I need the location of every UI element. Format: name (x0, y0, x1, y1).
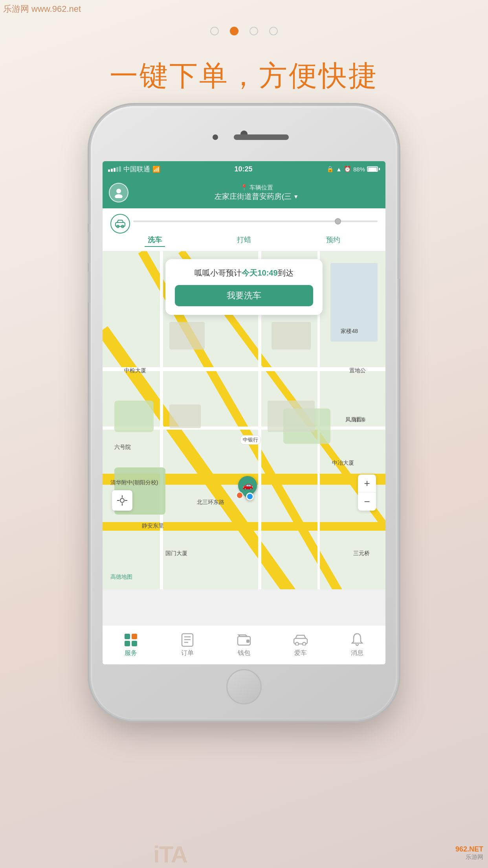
silent-button (88, 200, 91, 224)
nav-wallet[interactable]: 钱包 (228, 630, 260, 660)
dot-1[interactable] (210, 27, 219, 35)
pin-icon: 📍 (240, 184, 248, 191)
location-label: 📍 车辆位置 (240, 184, 273, 191)
svg-rect-40 (246, 640, 250, 643)
signal-icon (108, 166, 121, 172)
map-label-sanyuanqiao: 三元桥 (353, 550, 370, 557)
watermark-br-top: 962.NET (455, 845, 483, 853)
map-label-liuhao: 六号院 (114, 444, 131, 451)
map-label-zhongye: 中冶大厦 (332, 460, 354, 467)
phone-screen: 中国联通 📶 10:25 🔒 ▲ ⏰ 88% (103, 161, 385, 664)
wifi-icon: 📶 (152, 166, 160, 173)
map-label-48: 家楼48 (341, 328, 358, 335)
bell-icon (349, 633, 365, 647)
svg-point-42 (295, 642, 299, 645)
user-avatar[interactable] (109, 183, 128, 202)
map-label-jingan: 静安东里 (142, 522, 164, 530)
nav-my-car-label: 爱车 (294, 649, 307, 657)
volume-up-button (88, 232, 91, 263)
status-left: 中国联通 📶 (108, 165, 160, 174)
car-icon (293, 633, 308, 647)
svg-rect-21 (169, 322, 205, 349)
phone-shell: 中国联通 📶 10:25 🔒 ▲ ⏰ 88% (91, 106, 397, 719)
watermark-bottom-right: 962.NET 乐游网 (455, 845, 483, 861)
volume-down-button (88, 271, 91, 303)
svg-rect-24 (169, 405, 201, 428)
service-car-icon (110, 214, 130, 234)
map-label-jianjian: 中检大厦 (124, 367, 146, 374)
nav-my-car[interactable]: 爱车 (285, 630, 316, 660)
nav-messages-label: 消息 (351, 649, 363, 657)
service-tab-wash[interactable]: 洗车 (145, 234, 165, 247)
app-header: 📍 车辆位置 左家庄街道普安药房(三 ▼ (103, 177, 385, 208)
nav-service-label: 服务 (125, 649, 137, 657)
service-icon (123, 633, 139, 647)
nav-wallet-label: 钱包 (238, 649, 250, 657)
map-label-gaode: 高德地图 (110, 574, 132, 581)
zoom-in-button[interactable]: + (358, 474, 376, 493)
status-time: 10:25 (235, 165, 253, 173)
svg-rect-23 (268, 401, 315, 432)
phone-mockup: 中国联通 📶 10:25 🔒 ▲ ⏰ 88% (91, 106, 397, 719)
power-button (397, 240, 400, 279)
svg-point-26 (120, 498, 124, 502)
zoom-out-button[interactable]: − (358, 493, 376, 511)
page-indicator (210, 27, 278, 35)
eta-text: 呱呱小哥预计今天10:49到达 (175, 267, 313, 279)
home-button[interactable] (226, 669, 262, 704)
nav-orders-label: 订单 (181, 649, 194, 657)
map-label-zhidi: 置地公 (349, 367, 366, 374)
dot-3[interactable] (250, 27, 258, 35)
service-tab-book[interactable]: 预约 (323, 234, 343, 247)
map-label-bank: 中银行 (240, 435, 261, 445)
watermark-top-left: 乐游网 www.962.net (3, 3, 81, 15)
order-wash-button[interactable]: 我要洗车 (175, 285, 313, 306)
location-selector[interactable]: 📍 车辆位置 左家庄街道普安药房(三 ▼ (134, 184, 379, 202)
orders-icon (180, 633, 195, 647)
headline: 一键下单，方便快捷 (110, 57, 378, 95)
alarm-icon: ⏰ (344, 166, 351, 173)
dot-2[interactable] (230, 27, 238, 35)
map-label-guomen: 国门大厦 (165, 550, 187, 557)
status-bar: 中国联通 📶 10:25 🔒 ▲ ⏰ 88% (103, 161, 385, 177)
svg-rect-16 (114, 401, 154, 432)
svg-rect-33 (125, 641, 130, 646)
nav-service[interactable]: 服务 (115, 630, 147, 660)
watermark-br-bot: 乐游网 (466, 853, 483, 861)
map-label-beisanhuan: 北三环东路 (197, 499, 224, 506)
location-name: 左家庄街道普安药房(三 ▼ (215, 191, 299, 202)
map-label-xiang: 祥.泰 (354, 416, 366, 423)
watermark-ita: iTA (153, 841, 187, 868)
svg-rect-31 (125, 634, 130, 639)
wallet-icon (236, 633, 252, 647)
mic-dot (213, 134, 218, 140)
svg-point-1 (115, 194, 123, 198)
location-icon: ▲ (336, 166, 342, 173)
slider-thumb[interactable] (335, 218, 341, 224)
nav-messages[interactable]: 消息 (341, 630, 373, 660)
svg-point-0 (116, 189, 121, 193)
svg-rect-32 (132, 634, 137, 639)
service-tabs: 洗车 打蜡 预约 (110, 234, 378, 247)
battery-icon (367, 166, 380, 172)
svg-rect-22 (272, 322, 311, 349)
zoom-controls: + − (358, 474, 376, 511)
speaker (234, 134, 289, 140)
carrier-label: 中国联通 (123, 165, 150, 174)
service-slider[interactable] (133, 221, 378, 222)
nav-orders[interactable]: 订单 (172, 630, 203, 660)
user-location-marker (246, 493, 254, 500)
service-tab-wax[interactable]: 打蜡 (234, 234, 254, 247)
service-selector: 洗车 打蜡 预约 (103, 208, 385, 251)
eta-highlight: 今天10:49 (242, 268, 277, 277)
poi-marker (236, 492, 243, 499)
dot-4[interactable] (269, 27, 278, 35)
svg-point-43 (303, 642, 306, 645)
svg-rect-34 (132, 641, 137, 646)
dropdown-arrow-icon: ▼ (293, 193, 299, 200)
status-right: 🔒 ▲ ⏰ 88% (327, 166, 380, 173)
map-label-qinghua: 清华附中(朝阳分校) (110, 479, 158, 486)
locate-button[interactable] (112, 490, 132, 511)
battery-pct: 88% (353, 166, 365, 173)
map-area[interactable]: 中检大厦 置地公 六号院 凤凰置 中冶大厦 清华附中(朝阳分校) 北三环东路 静… (103, 251, 385, 589)
